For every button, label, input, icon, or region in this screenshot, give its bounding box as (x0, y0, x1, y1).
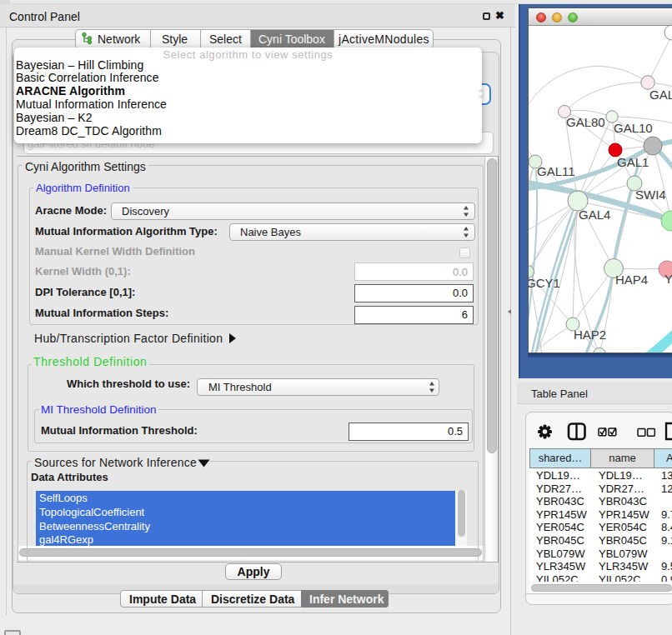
svg-text:HAP4: HAP4 (615, 272, 648, 287)
svg-text:GCY1: GCY1 (529, 276, 560, 290)
svg-text:GAL1: GAL1 (617, 155, 649, 169)
svg-text:GAL4: GAL4 (579, 208, 610, 222)
svg-text:HAP2: HAP2 (574, 328, 606, 342)
svg-text:GAL10: GAL10 (614, 121, 653, 135)
svg-text:Y: Y (664, 272, 672, 286)
svg-text:SWI4: SWI4 (635, 188, 666, 202)
svg-text:GAL11: GAL11 (537, 164, 575, 178)
svg-text:GAL2: GAL2 (649, 88, 672, 102)
svg-text:GAL80: GAL80 (566, 115, 605, 129)
